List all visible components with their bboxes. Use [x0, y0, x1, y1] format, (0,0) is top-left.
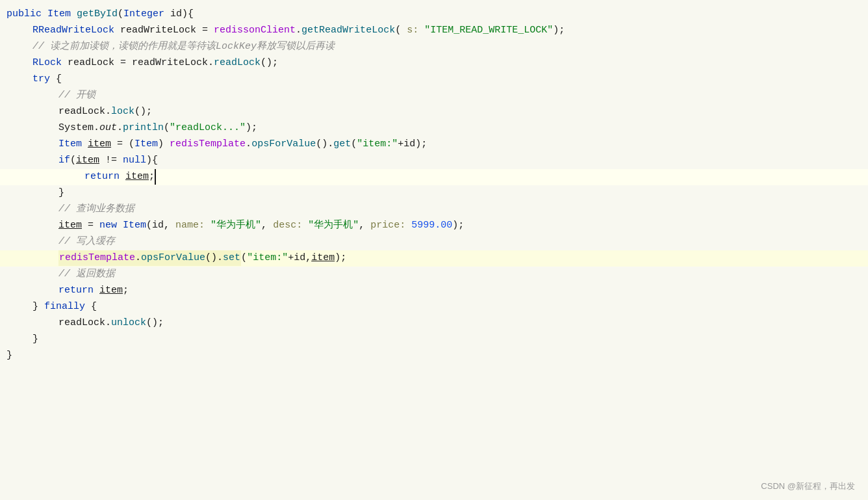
assign2: =: [82, 218, 99, 233]
code-line-3: // 读之前加读锁，读锁的作用就是等待该LockKey释放写锁以后再读: [0, 39, 868, 55]
dot1: .: [296, 23, 301, 38]
comment-write-cache: // 写入缓存: [58, 234, 115, 250]
brace-close-method: }: [6, 348, 12, 363]
comma1: ,: [261, 218, 273, 233]
keyword-finally: finally: [44, 299, 91, 315]
number-price: 5999.00: [411, 218, 452, 233]
brace-close-try: }: [32, 299, 44, 315]
ops-call2: ().: [205, 252, 223, 263]
item-paren: (id,: [146, 218, 175, 233]
string-huawei1: "华为手机": [211, 218, 261, 233]
cursor-pos: ;: [149, 169, 156, 185]
watermark: CSDN @新征程，再出发: [761, 480, 855, 493]
system-out: System.: [58, 120, 99, 136]
paren-open: (: [118, 7, 123, 22]
var-redissonclient: redissonClient: [214, 23, 296, 38]
keyword-if: if: [58, 153, 70, 168]
cast-end: ): [158, 137, 170, 152]
string-item-colon: "item:": [357, 137, 398, 152]
var-readwritelock: readWriteLock =: [114, 23, 214, 38]
finally-brace: {: [91, 299, 97, 315]
item-close: );: [452, 218, 464, 233]
semicolon1: );: [553, 23, 565, 38]
string-item-colon2: "item:": [247, 250, 288, 266]
comma2: ,: [359, 218, 370, 233]
brace-close-if: }: [58, 185, 64, 201]
var-redistemplate2: redisTemplate: [59, 252, 135, 263]
comment-query-data: // 查询业务数据: [58, 202, 134, 217]
type-rreadwritelock: RReadWriteLock: [32, 23, 114, 38]
code-line-10: if(item != null){: [0, 153, 868, 169]
type-item: Item: [47, 7, 77, 22]
method-getreadwritelock: getReadWriteLock: [301, 23, 395, 38]
code-line-6: // 开锁: [0, 88, 868, 104]
brace-open-try: {: [56, 72, 62, 87]
method-opsforvalue2: opsForValue: [141, 252, 205, 263]
println-end: );: [246, 120, 257, 136]
println-dot: .: [117, 120, 123, 136]
method-get: get: [333, 137, 351, 152]
string-item-lock: "ITEM_READ_WRITE_LOCK": [424, 23, 553, 38]
var-item-return: item: [125, 169, 149, 185]
code-line-19: } finally {: [0, 299, 868, 315]
out-italic: out: [99, 120, 117, 136]
comment-unlock: // 开锁: [58, 88, 96, 103]
code-line-21: }: [0, 332, 868, 348]
comment-readlock-desc: // 读之前加读锁，读锁的作用就是等待该LockKey释放写锁以后再读: [32, 39, 335, 55]
method-opsforvalue: opsForValue: [251, 137, 316, 152]
code-line-12: }: [0, 185, 868, 202]
code-editor: public Item getById(Integer id){ RReadWr…: [0, 0, 868, 500]
code-line-7: readLock.lock();: [0, 104, 868, 120]
set-args: +id,: [288, 250, 311, 266]
code-line-20: readLock.unlock();: [0, 315, 868, 332]
readlock-lock: readLock.: [58, 104, 111, 120]
var-item5: item: [99, 283, 123, 298]
method-println: println: [123, 120, 164, 136]
var-redistemplate: redisTemplate: [170, 137, 246, 152]
param-id: id: [164, 7, 182, 22]
code-line-5: try {: [0, 72, 868, 88]
set-paren: (: [241, 250, 247, 266]
string-readlock: "readLock...": [170, 120, 246, 136]
cast-item: Item: [134, 137, 158, 152]
param-price-label: price:: [370, 218, 411, 233]
method-set: set: [223, 252, 240, 263]
neq-null: !=: [99, 153, 123, 168]
param-name-label: name:: [175, 218, 211, 233]
param-s: s:: [407, 23, 424, 38]
type-item3: Item: [123, 218, 146, 233]
method-unlock: unlock: [111, 315, 146, 331]
ops-dot: .: [246, 137, 251, 152]
lock-call: ();: [134, 104, 152, 120]
var-item3: item: [58, 218, 82, 233]
code-line-14: item = new Item(id, name: "华为手机", desc: …: [0, 218, 868, 234]
method-lock: lock: [111, 104, 134, 120]
method-readlock: readLock: [214, 55, 261, 71]
keyword-return2: return: [58, 283, 99, 298]
unlock-end: ();: [146, 315, 164, 331]
code-line-16: redisTemplate.opsForValue().set("item:"+…: [0, 250, 868, 267]
var-item: item: [88, 137, 111, 152]
keyword-try: try: [32, 72, 56, 87]
set-end: );: [335, 250, 346, 266]
code-line-22: }: [0, 348, 868, 364]
code-line-1: public Item getById(Integer id){: [0, 7, 868, 23]
if-paren: (: [70, 153, 76, 168]
keyword-return1: return: [84, 169, 125, 185]
var-readlock: readLock = readWriteLock.: [62, 55, 214, 71]
keyword-new: new: [99, 218, 123, 233]
var-item4: item: [311, 250, 335, 266]
ops-call: ().: [316, 137, 333, 152]
type-integer: Integer: [123, 7, 164, 22]
get-paren: (: [351, 137, 357, 152]
code-line-4: RLock readLock = readWriteLock.readLock(…: [0, 55, 868, 72]
string-huawei2: "华为手机": [308, 218, 359, 233]
code-line-17: // 返回数据: [0, 267, 868, 283]
keyword-null: null: [123, 153, 146, 168]
readlock-unlock: readLock.: [58, 315, 111, 331]
method-getbyid: getById: [77, 7, 118, 22]
code-line-2: RReadWriteLock readWriteLock = redissonC…: [0, 23, 868, 39]
call-end1: ();: [261, 55, 278, 71]
code-line-13: // 查询业务数据: [0, 202, 868, 218]
plus-id: +id);: [398, 137, 427, 152]
